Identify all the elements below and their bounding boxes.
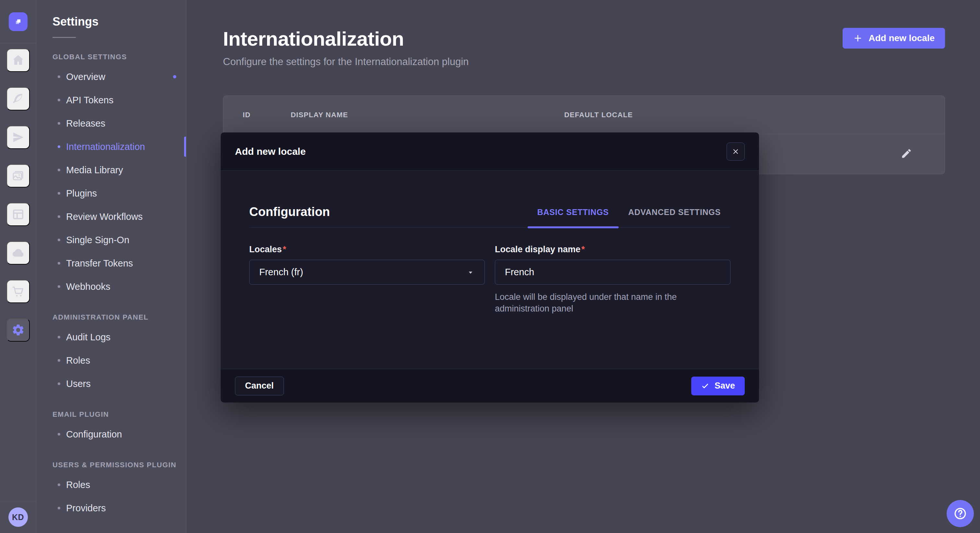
bullet-icon	[58, 484, 60, 486]
cart-icon[interactable]	[6, 280, 30, 303]
sidebar-item-label: Providers	[66, 503, 106, 514]
bullet-icon	[58, 382, 60, 385]
display-name-field: Locale display name* Locale will be disp…	[495, 244, 730, 314]
locale-form-row: Locales* French (fr) Locale display name…	[249, 244, 730, 314]
modal-body: Configuration BASIC SETTINGS ADVANCED SE…	[221, 171, 759, 369]
cloud-icon[interactable]	[6, 241, 30, 265]
sidebar-item-single-sign-on[interactable]: Single Sign-On	[36, 228, 186, 252]
home-icon[interactable]	[6, 49, 30, 72]
section-header-users-permissions-plugin: USERS & PERMISSIONS PLUGIN	[36, 461, 186, 469]
sidebar-item-internationalization[interactable]: Internationalization	[36, 135, 186, 159]
sidebar-item-releases[interactable]: Releases	[36, 112, 186, 135]
sidebar-item-label: Transfer Tokens	[66, 258, 133, 269]
bullet-icon	[58, 122, 60, 125]
edit-locale-button[interactable]	[900, 148, 912, 160]
page-header-text: Internationalization Configure the setti…	[223, 27, 469, 68]
display-name-input[interactable]	[495, 260, 730, 285]
cancel-button[interactable]: Cancel	[235, 377, 284, 395]
strapi-logo[interactable]	[9, 12, 27, 31]
check-icon	[701, 382, 710, 390]
locales-label: Locales*	[249, 244, 485, 254]
modal-title: Add new locale	[235, 146, 305, 157]
feather-icon[interactable]	[6, 87, 30, 110]
settings-tabs: BASIC SETTINGS ADVANCED SETTINGS	[528, 204, 730, 227]
notification-dot	[173, 75, 176, 78]
column-header-display-name: DISPLAY NAME	[291, 111, 564, 119]
plus-icon	[853, 33, 863, 43]
help-button[interactable]	[947, 500, 974, 527]
sidebar-item-label: Internationalization	[66, 141, 145, 152]
sidebar-item-api-tokens[interactable]: API Tokens	[36, 89, 186, 112]
sidebar-item-email-configuration[interactable]: Configuration	[36, 423, 186, 446]
question-icon	[953, 506, 968, 521]
bullet-icon	[58, 359, 60, 362]
sidebar-item-overview[interactable]: Overview	[36, 65, 186, 89]
title-divider	[52, 37, 76, 38]
sidebar-item-audit-logs[interactable]: Audit Logs	[36, 325, 186, 349]
display-name-hint: Locale will be displayed under that name…	[495, 291, 730, 314]
locales-select[interactable]: French (fr)	[249, 260, 485, 285]
strapi-logo-mark	[13, 16, 24, 27]
modal-header: Add new locale	[221, 132, 759, 171]
add-new-locale-label: Add new locale	[869, 33, 935, 43]
save-button-label: Save	[714, 381, 735, 391]
app-root: KD Settings GLOBAL SETTINGS Overview API…	[0, 0, 980, 533]
page-header: Internationalization Configure the setti…	[186, 0, 980, 68]
bullet-icon	[58, 507, 60, 509]
sidebar-item-plugins[interactable]: Plugins	[36, 182, 186, 205]
add-locale-modal: Add new locale Configuration BASIC SETTI…	[221, 132, 759, 403]
tabs-divider	[249, 227, 730, 228]
bullet-icon	[58, 433, 60, 436]
close-modal-button[interactable]	[727, 143, 745, 160]
bullet-icon	[58, 285, 60, 288]
sidebar-item-transfer-tokens[interactable]: Transfer Tokens	[36, 252, 186, 275]
media-library-icon[interactable]	[6, 164, 30, 187]
configuration-title: Configuration	[249, 205, 330, 227]
bullet-icon	[58, 75, 60, 78]
chevron-down-icon	[466, 268, 475, 276]
sidebar-item-label: Audit Logs	[66, 332, 110, 343]
tab-advanced-settings[interactable]: ADVANCED SETTINGS	[619, 204, 730, 227]
column-header-id: ID	[243, 111, 291, 119]
table-header-row: ID DISPLAY NAME DEFAULT LOCALE	[223, 96, 945, 134]
sidenav-title: Settings	[36, 15, 186, 29]
sidebar-item-label: Releases	[66, 118, 105, 129]
bullet-icon	[58, 169, 60, 171]
sidebar-item-label: Media Library	[66, 165, 123, 176]
gear-icon[interactable]	[6, 318, 30, 342]
section-header-global-settings: GLOBAL SETTINGS	[36, 53, 186, 61]
sidebar-item-webhooks[interactable]: Webhooks	[36, 275, 186, 298]
sidebar-item-review-workflows[interactable]: Review Workflows	[36, 205, 186, 228]
bullet-icon	[58, 99, 60, 102]
sidebar-item-label: Overview	[66, 71, 105, 82]
rail-icon-list	[0, 43, 36, 342]
avatar[interactable]: KD	[8, 508, 28, 527]
layout-icon[interactable]	[6, 203, 30, 226]
sidebar-item-label: Review Workflows	[66, 211, 143, 222]
configuration-header: Configuration BASIC SETTINGS ADVANCED SE…	[249, 204, 730, 227]
save-button[interactable]: Save	[691, 377, 745, 395]
add-new-locale-button[interactable]: Add new locale	[843, 28, 945, 49]
sidebar-item-label: API Tokens	[66, 95, 113, 106]
page-title: Internationalization	[223, 27, 469, 50]
sidebar-item-admin-users[interactable]: Users	[36, 372, 186, 395]
sidebar-item-admin-roles[interactable]: Roles	[36, 349, 186, 372]
sidebar-item-label: Users	[66, 379, 91, 389]
sidebar-item-label: Configuration	[66, 429, 122, 440]
locales-label-text: Locales	[249, 244, 282, 254]
close-icon	[732, 148, 740, 155]
tab-basic-settings[interactable]: BASIC SETTINGS	[528, 204, 619, 227]
bullet-icon	[58, 239, 60, 241]
locales-select-value: French (fr)	[259, 267, 303, 278]
settings-sidenav: Settings GLOBAL SETTINGS Overview API To…	[36, 0, 186, 533]
pencil-icon	[900, 148, 912, 159]
required-asterisk: *	[581, 244, 585, 254]
column-header-default-locale: DEFAULT LOCALE	[564, 111, 925, 119]
paper-plane-icon[interactable]	[6, 125, 30, 149]
page-subtitle: Configure the settings for the Internati…	[223, 56, 469, 68]
icon-rail: KD	[0, 0, 36, 533]
sidebar-item-media-library[interactable]: Media Library	[36, 159, 186, 182]
sidebar-item-up-roles[interactable]: Roles	[36, 473, 186, 497]
sidebar-item-up-providers[interactable]: Providers	[36, 497, 186, 520]
rail-footer: KD	[0, 501, 36, 533]
